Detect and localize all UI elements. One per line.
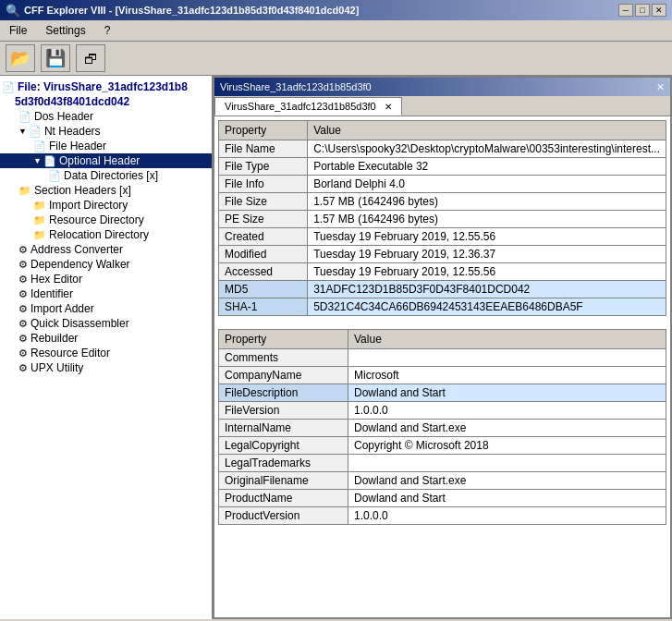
table-row: MD531ADFC123D1B85D3F0D43F8401DCD042 [219,281,666,298]
tree-item-dos-header[interactable]: 📄 Dos Header [0,109,212,124]
table-row: InternalNameDowland and Start.exe [219,420,666,437]
value-cell: 1.57 MB (1642496 bytes) [308,193,666,211]
inner-close-button[interactable]: ✕ [656,81,665,93]
tree-item-address-converter[interactable]: ⚙ Address Converter [0,242,212,257]
table-row: File Size1.57 MB (1642496 bytes) [219,193,666,211]
property-cell: Created [219,228,308,246]
tree-item-quick-disassembler[interactable]: ⚙ Quick Disassembler [0,316,212,331]
resource-editor-label: Resource Editor [31,347,110,359]
identifier-label: Identifier [31,287,73,300]
resource-directory-icon: 📁 [33,214,46,226]
upx-utility-label: UPX Utility [31,361,83,374]
property-cell: MD5 [219,281,308,298]
tab-virushare[interactable]: VirusShare_31adfc123d1b85d3f0 ✕ [214,97,402,116]
identifier-icon: ⚙ [18,288,28,300]
tree-item-dependency-walker[interactable]: ⚙ Dependency Walker [0,257,212,272]
value-cell: 5D321C4C34CA66DB6942453143EEAEB6486DBA5F [308,298,666,316]
tree-item-resource-editor[interactable]: ⚙ Resource Editor [0,346,212,360]
value-cell: 1.0.0.0 [348,507,666,525]
main-area: 📄 File: VirusShare_31adfc123d1b8 5d3f0d4… [0,76,672,619]
data-directories-label: Data Directories [x] [64,169,158,182]
window-title: CFF Explorer VIII - [VirusShare_31adfc12… [24,5,359,16]
table-row: ProductVersion1.0.0.0 [219,507,666,525]
dos-header-icon: 📄 [18,111,31,123]
value-cell: Dowland and Start.exe [348,472,666,490]
optional-header-collapse-icon: ▼ [33,156,42,165]
table-row: LegalCopyrightCopyright © Microsoft 2018 [219,437,666,455]
value-cell: Dowland and Start [348,490,666,507]
property-cell: SHA-1 [219,298,308,316]
property-cell: File Name [219,140,308,158]
tree-item-section-headers[interactable]: 📁 Section Headers [x] [0,183,212,198]
table-row: SHA-15D321C4C34CA66DB6942453143EEAEB6486… [219,298,666,316]
property-cell: File Info [219,176,308,193]
property-cell: File Size [219,193,308,211]
value-cell: 1.0.0.0 [348,402,666,420]
close-window-button[interactable]: ✕ [652,4,666,17]
minimize-button[interactable]: ─ [618,4,633,17]
nt-headers-icon: 📄 [29,126,42,138]
table-row: CreatedTuesday 19 February 2019, 12.55.5… [219,228,666,246]
tree-item-import-directory[interactable]: 📁 Import Directory [0,198,212,213]
menu-help[interactable]: ? [99,22,116,39]
tab-close-button[interactable]: ✕ [385,102,392,112]
table-row: File NameC:\Users\spooky32\Desktop\crypt… [219,140,666,158]
section-headers-label: Section Headers [x] [34,184,131,197]
tree-item-nt-headers[interactable]: ▼ 📄 Nt Headers [0,124,212,139]
value-cell: 31ADFC123D1B85D3F0D43F8401DCD042 [308,281,666,298]
tables-container[interactable]: Property Value File NameC:\Users\spooky3… [214,116,670,617]
dependency-walker-icon: ⚙ [18,259,28,271]
table-row: AccessedTuesday 19 February 2019, 12.55.… [219,263,666,281]
open-button[interactable]: 📂 [6,44,35,72]
table-row: LegalTrademarks [219,455,666,472]
window-button[interactable]: 🗗 [76,44,105,72]
tree-root[interactable]: 📄 File: VirusShare_31adfc123d1b8 [0,79,212,94]
import-directory-icon: 📁 [33,200,46,212]
save-button[interactable]: 💾 [41,44,70,72]
tree-item-import-adder[interactable]: ⚙ Import Adder [0,301,212,316]
root-icon: 📄 [2,81,15,93]
table-row: CompanyNameMicrosoft [219,367,666,384]
content-area: VirusShare_31adfc123d1b85d3f0 ✕ VirusSha… [213,76,672,619]
value-cell: Tuesday 19 February 2019, 12.55.56 [308,263,666,281]
property-cell: Modified [219,246,308,263]
maximize-button[interactable]: □ [635,4,650,17]
value-cell: Portable Executable 32 [308,158,666,176]
tree-item-relocation-directory[interactable]: 📁 Relocation Directory [0,227,212,242]
address-converter-label: Address Converter [31,243,123,256]
value-cell: Dowland and Start [348,384,666,402]
property-cell: InternalName [219,420,348,437]
value-cell: Dowland and Start.exe [348,420,666,437]
tree-item-optional-header[interactable]: ▼ 📄 Optional Header [0,153,212,168]
version-properties-table: Property Value CommentsCompanyNameMicros… [218,329,666,525]
tree-root2[interactable]: 5d3f0d43f8401dcd042 [0,94,212,109]
menu-file[interactable]: File [4,22,32,39]
tree-item-hex-editor[interactable]: ⚙ Hex Editor [0,272,212,286]
resource-directory-label: Resource Directory [49,213,144,226]
value-cell: Copyright © Microsoft 2018 [348,437,666,455]
section-headers-icon: 📁 [18,185,31,197]
tree-item-resource-directory[interactable]: 📁 Resource Directory [0,213,212,227]
address-converter-icon: ⚙ [18,244,28,256]
table-row: ProductNameDowland and Start [219,490,666,507]
tree-item-upx-utility[interactable]: ⚙ UPX Utility [0,360,212,375]
tree-item-rebuilder[interactable]: ⚙ Rebuilder [0,331,212,346]
table-row: FileVersion1.0.0.0 [219,402,666,420]
tree-item-identifier[interactable]: ⚙ Identifier [0,286,212,301]
tree-item-file-header[interactable]: 📄 File Header [0,139,212,153]
quick-disassembler-label: Quick Disassembler [31,317,129,330]
value-cell [348,349,666,367]
relocation-directory-icon: 📁 [33,229,46,241]
relocation-directory-label: Relocation Directory [49,228,149,241]
title-bar: 🔍 CFF Explorer VIII - [VirusShare_31adfc… [0,0,672,20]
value-cell: 1.57 MB (1642496 bytes) [308,211,666,228]
import-adder-label: Import Adder [31,302,94,315]
property-cell: CompanyName [219,367,348,384]
tree-item-data-directories[interactable]: 📄 Data Directories [x] [0,168,212,183]
menu-settings[interactable]: Settings [40,22,91,39]
sidebar: 📄 File: VirusShare_31adfc123d1b8 5d3f0d4… [0,76,213,619]
import-adder-icon: ⚙ [18,303,28,315]
table-row: PE Size1.57 MB (1642496 bytes) [219,211,666,228]
property-cell: ProductName [219,490,348,507]
nt-headers-collapse-icon: ▼ [18,127,27,136]
